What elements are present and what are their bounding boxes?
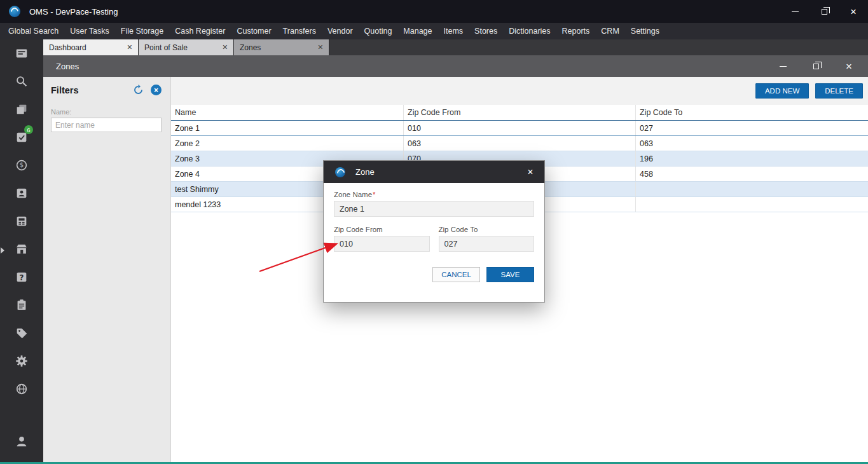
- sidebar-item-search[interactable]: [0, 67, 43, 95]
- menu-dictionaries[interactable]: Dictionaries: [503, 23, 556, 39]
- tab-dashboard[interactable]: Dashboard: [43, 39, 139, 55]
- sidebar-item-orders[interactable]: [0, 291, 43, 319]
- table-header: Name Zip Code From Zip Code To: [171, 105, 868, 121]
- cell-zip-to: [636, 182, 868, 196]
- column-header-zip-from[interactable]: Zip Code From: [404, 105, 636, 120]
- contacts-icon: [15, 186, 29, 200]
- zones-window-title: Zones: [56, 62, 79, 71]
- menu-cash-register[interactable]: Cash Register: [169, 23, 231, 39]
- zones-window-titlebar: Zones: [43, 55, 868, 77]
- delete-button[interactable]: DELETE: [815, 83, 863, 99]
- zones-window-controls: [766, 55, 865, 77]
- tasks-badge: 6: [24, 125, 33, 134]
- sidebar-item-help[interactable]: ?: [0, 263, 43, 291]
- restore-icon: [813, 64, 819, 69]
- filter-name-input[interactable]: [51, 118, 162, 132]
- sidebar-item-contacts[interactable]: [0, 179, 43, 207]
- sidebar-item-tasks[interactable]: 6: [0, 123, 43, 151]
- menu-stores[interactable]: Stores: [469, 23, 503, 39]
- cell-zip-to: 063: [636, 136, 868, 151]
- menu-vendor[interactable]: Vendor: [322, 23, 359, 39]
- tab-dashboard-close-icon[interactable]: [127, 43, 132, 52]
- zip-code-from-input[interactable]: [334, 236, 430, 252]
- menu-transfers[interactable]: Transfers: [277, 23, 322, 39]
- zones-close-button[interactable]: [832, 55, 865, 77]
- dashboard-icon: [15, 46, 29, 60]
- tab-zones-close-icon[interactable]: [318, 43, 323, 52]
- minimize-button[interactable]: [780, 0, 809, 23]
- cell-zip-to: 027: [636, 121, 868, 135]
- menu-settings[interactable]: Settings: [625, 23, 665, 39]
- sidebar-item-dashboard[interactable]: [0, 39, 43, 67]
- sidebar-item-profile[interactable]: [0, 427, 43, 455]
- sidebar-item-files[interactable]: [0, 95, 43, 123]
- clear-filters-button[interactable]: [151, 85, 162, 95]
- save-button[interactable]: SAVE: [486, 267, 534, 282]
- tab-dashboard-label: Dashboard: [49, 43, 127, 52]
- svg-text:?: ?: [20, 273, 24, 282]
- restore-button[interactable]: [809, 0, 839, 23]
- filters-panel: Filters Name:: [43, 77, 171, 464]
- sidebar-item-globe[interactable]: [0, 375, 43, 403]
- zone-name-input[interactable]: [334, 201, 534, 217]
- menu-user-tasks[interactable]: User Tasks: [64, 23, 115, 39]
- window-controls: [780, 0, 868, 23]
- zone-dialog-title: Zone: [355, 167, 375, 177]
- zones-restore-button[interactable]: [799, 55, 832, 77]
- table-row[interactable]: Zone 1 010 027: [171, 121, 868, 136]
- search-icon: [15, 74, 29, 88]
- zip-code-to-input[interactable]: [439, 236, 535, 252]
- registers-icon: [15, 214, 29, 228]
- sidebar-item-registers[interactable]: [0, 207, 43, 235]
- orders-icon: [15, 298, 29, 312]
- minimize-icon: [780, 66, 787, 67]
- svg-text:$: $: [20, 161, 24, 168]
- required-asterisk: *: [373, 191, 375, 198]
- menu-items[interactable]: Items: [438, 23, 469, 39]
- menu-customer[interactable]: Customer: [231, 23, 277, 39]
- cell-zip-to: 196: [636, 151, 868, 166]
- menu-global-search[interactable]: Global Search: [3, 23, 64, 39]
- profile-icon: [15, 434, 29, 448]
- tab-zones-label: Zones: [240, 43, 318, 52]
- menu-quoting[interactable]: Quoting: [359, 23, 398, 39]
- menu-manage[interactable]: Manage: [397, 23, 437, 39]
- tab-point-of-sale[interactable]: Point of Sale: [139, 39, 234, 55]
- globe-icon: [15, 382, 29, 396]
- close-button[interactable]: [839, 0, 868, 23]
- zone-dialog-close-button[interactable]: [516, 161, 544, 183]
- zone-name-label: Zone Name*: [334, 191, 534, 198]
- sidebar-item-finance[interactable]: $: [0, 151, 43, 179]
- sidebar-item-store[interactable]: [0, 235, 43, 263]
- cell-zip-to: 458: [636, 167, 868, 181]
- panel-expand-arrow-icon[interactable]: [1, 247, 4, 254]
- zip-code-from-label: Zip Code From: [334, 226, 430, 233]
- column-header-name[interactable]: Name: [171, 105, 404, 120]
- refresh-filters-button[interactable]: [133, 85, 144, 95]
- minimize-icon: [792, 11, 799, 12]
- app-logo-icon: [9, 6, 20, 17]
- filters-title: Filters: [51, 85, 133, 95]
- help-icon: ?: [15, 270, 29, 284]
- zip-code-to-label: Zip Code To: [439, 226, 535, 233]
- os-titlebar: OMS - DevPace-Testing: [0, 0, 868, 23]
- menu-file-storage[interactable]: File Storage: [115, 23, 169, 39]
- add-new-button[interactable]: ADD NEW: [755, 83, 809, 99]
- cell-zip-from: 010: [404, 121, 636, 135]
- table-row[interactable]: Zone 2 063 063: [171, 136, 868, 151]
- grid-toolbar: ADD NEW DELETE: [171, 77, 868, 105]
- tab-point-of-sale-close-icon[interactable]: [223, 43, 228, 52]
- files-icon: [15, 102, 29, 116]
- zones-minimize-button[interactable]: [766, 55, 799, 77]
- zone-dialog-titlebar: Zone: [324, 161, 544, 183]
- column-header-zip-to[interactable]: Zip Code To: [636, 105, 868, 120]
- cancel-button[interactable]: CANCEL: [432, 267, 480, 282]
- menu-reports[interactable]: Reports: [556, 23, 596, 39]
- tags-icon: [15, 326, 29, 340]
- menu-crm[interactable]: CRM: [595, 23, 624, 39]
- cell-name: Zone 2: [171, 136, 404, 151]
- sidebar-item-settings[interactable]: [0, 347, 43, 375]
- tab-zones[interactable]: Zones: [234, 39, 329, 55]
- menubar: Global Search User Tasks File Storage Ca…: [0, 23, 868, 39]
- sidebar-item-tags[interactable]: [0, 319, 43, 347]
